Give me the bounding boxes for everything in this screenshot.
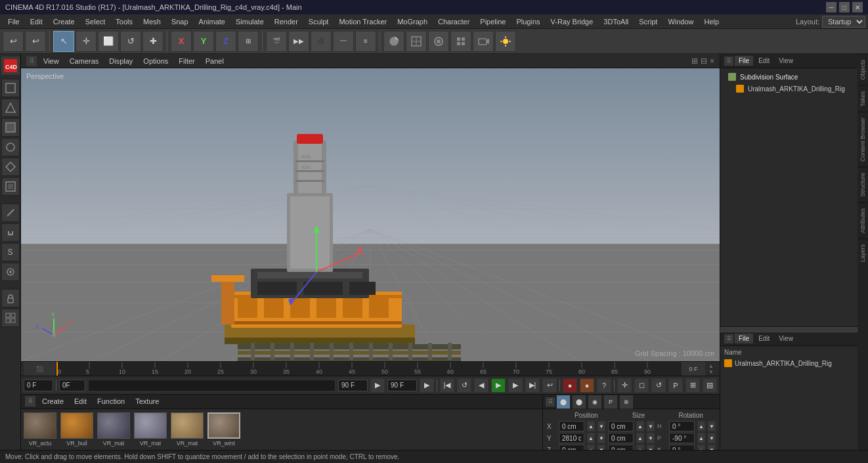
anim-layer-button[interactable]: ≡	[355, 31, 376, 52]
anim-icon-4[interactable]: P	[668, 378, 683, 393]
anim-play-button[interactable]: ▶	[491, 378, 506, 393]
magnet-tool-button[interactable]	[1, 223, 20, 242]
timeline-anim-button[interactable]: ▶▶	[288, 31, 309, 52]
pos-y-down[interactable]: ▼	[597, 433, 605, 443]
anim-icon-1[interactable]: ✛	[617, 378, 632, 393]
record-anim2-button[interactable]: ●	[580, 378, 594, 393]
menu-motion-tracker[interactable]: Motion Tracker	[334, 16, 392, 27]
anim-end-button[interactable]: ▶	[370, 378, 385, 393]
rot-b-down[interactable]: ▼	[708, 445, 716, 450]
attr-tab-view[interactable]: View	[775, 334, 797, 343]
size-z-down[interactable]: ▼	[647, 445, 655, 450]
anim-to-start-button[interactable]: |◀	[440, 378, 454, 393]
anim-next-button[interactable]: ▶	[508, 378, 523, 393]
pos-x-input[interactable]	[559, 421, 584, 431]
menu-create[interactable]: Create	[48, 16, 80, 27]
spline-tool-button[interactable]: S	[1, 243, 20, 261]
rot-h-down[interactable]: ▼	[708, 421, 716, 431]
menu-help[interactable]: Help	[699, 16, 725, 27]
rot-p-down[interactable]: ▼	[708, 433, 716, 443]
rot-b-input[interactable]	[669, 445, 695, 450]
uvw-mode-button[interactable]	[1, 138, 20, 156]
size-x-input[interactable]	[608, 421, 634, 431]
viewport-icon-3[interactable]: ×	[710, 56, 714, 66]
keyframe-button[interactable]: ⬛	[311, 31, 332, 52]
menu-plugins[interactable]: Plugins	[511, 16, 545, 27]
rot-h-up[interactable]: ▲	[697, 421, 705, 431]
attr-tab-file[interactable]: File	[735, 334, 753, 343]
anim-loop-button[interactable]: ↺	[457, 378, 471, 393]
anim-icon-2[interactable]: ◻	[634, 378, 649, 393]
menu-window[interactable]: Window	[662, 16, 699, 27]
record-button[interactable]: ●	[563, 378, 577, 393]
polys-mode-button[interactable]	[1, 118, 20, 137]
axis-z-button[interactable]: Z	[215, 31, 236, 52]
redo-button[interactable]: ↩	[25, 31, 46, 52]
wireframe-button[interactable]	[406, 31, 427, 52]
record-anim-button[interactable]: 🎬	[266, 31, 287, 52]
timeline-track[interactable]: 0 5 10 15 20 25	[56, 362, 682, 376]
pos-z-up[interactable]: ▲	[587, 445, 595, 450]
menu-simulate[interactable]: Simulate	[230, 16, 269, 27]
menu-snap[interactable]: Snap	[166, 16, 194, 27]
viewport-3d[interactable]: IGS IGS Perspective	[21, 68, 720, 361]
minimize-button[interactable]: ─	[826, 2, 836, 12]
material-item-5[interactable]: VR_mat	[171, 412, 204, 447]
obj-drilling-rig[interactable]: Uralmash_ARKTIKA_Drilling_Rig	[723, 83, 855, 95]
pos-x-down[interactable]: ▼	[597, 421, 605, 431]
props-tab-2[interactable]: ⬤	[572, 395, 586, 409]
pos-x-up[interactable]: ▲	[587, 421, 595, 431]
shading-button[interactable]	[383, 31, 404, 52]
vtab-layers[interactable]: Layers	[858, 238, 867, 267]
lock-button[interactable]	[1, 289, 20, 307]
anim-record-button[interactable]: ↩	[542, 378, 557, 393]
material-item-3[interactable]: VR_mat	[97, 412, 130, 447]
menu-file[interactable]: File	[3, 16, 25, 27]
camera-button[interactable]	[473, 31, 494, 52]
rot-p-up[interactable]: ▲	[697, 433, 705, 443]
move-tool-button[interactable]: ✛	[76, 31, 97, 52]
viewport-menu-panel[interactable]: Panel	[202, 56, 228, 66]
anim-max-button[interactable]: ▶	[420, 378, 434, 393]
props-tab-5[interactable]: ⊕	[619, 395, 634, 409]
vtab-takes[interactable]: Takes	[858, 85, 867, 112]
viewport-icon-1[interactable]: ⊞	[691, 56, 698, 66]
maximize-button[interactable]: □	[839, 2, 850, 12]
props-tab-4[interactable]: P	[603, 395, 618, 409]
mat-menu-edit[interactable]: Edit	[70, 396, 91, 407]
close-button[interactable]: ✕	[852, 2, 863, 12]
anim-icon-5[interactable]: ⊞	[685, 378, 700, 393]
menu-tools[interactable]: Tools	[110, 16, 138, 27]
size-x-up[interactable]: ▲	[636, 421, 644, 431]
obj-tab-view[interactable]: View	[775, 56, 797, 66]
mat-menu-function[interactable]: Function	[93, 396, 129, 407]
axis-all-button[interactable]: ⊞	[238, 31, 259, 52]
obj-tab-file[interactable]: File	[735, 56, 753, 66]
undo-button[interactable]: ↩	[3, 31, 24, 52]
size-y-down[interactable]: ▼	[647, 433, 655, 443]
scale-tool-button[interactable]: ⬜	[98, 31, 119, 52]
material-item-4[interactable]: VR_mat	[134, 412, 167, 447]
anim-end-input[interactable]	[338, 380, 368, 391]
menu-render[interactable]: Render	[269, 16, 303, 27]
size-x-down[interactable]: ▼	[647, 421, 655, 431]
size-z-up[interactable]: ▲	[636, 445, 644, 450]
vtab-structure[interactable]: Structure	[858, 167, 867, 202]
anim-icon-3[interactable]: ↺	[651, 378, 666, 393]
props-tab-1[interactable]: ⬤	[556, 395, 571, 409]
menu-edit[interactable]: Edit	[25, 16, 48, 27]
paint-tool-button[interactable]	[1, 263, 20, 281]
viewport-menu-view[interactable]: View	[39, 56, 63, 66]
menu-character[interactable]: Character	[433, 16, 475, 27]
size-z-input[interactable]	[608, 445, 634, 450]
viewport-icon-2[interactable]: ⊟	[701, 56, 707, 66]
obj-tab-edit[interactable]: Edit	[754, 56, 773, 66]
axis-x-button[interactable]: X	[171, 31, 192, 52]
pos-y-up[interactable]: ▲	[587, 433, 595, 443]
vtab-content-browser[interactable]: Content Browser	[858, 112, 867, 167]
vtab-attributes[interactable]: Attributes	[858, 202, 867, 238]
anim-curve-button[interactable]: 〰	[333, 31, 354, 52]
material-item-6[interactable]: VR_wint	[207, 412, 240, 447]
pos-z-down[interactable]: ▼	[597, 445, 605, 450]
size-y-input[interactable]	[608, 433, 634, 443]
